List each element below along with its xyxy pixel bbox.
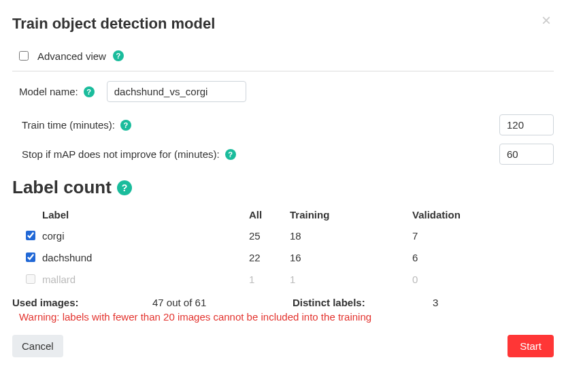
- table-row: mallard 1 1 0: [12, 268, 554, 290]
- model-name-input[interactable]: [107, 81, 246, 102]
- row-checkbox[interactable]: [26, 252, 35, 262]
- start-button[interactable]: Start: [507, 335, 554, 357]
- distinct-labels-value: 3: [433, 297, 554, 308]
- row-all: 1: [249, 274, 290, 285]
- help-icon[interactable]: ?: [113, 50, 124, 61]
- help-icon[interactable]: ?: [117, 180, 132, 195]
- col-all: All: [249, 209, 290, 220]
- used-images-value: 47 out of 61: [152, 297, 293, 308]
- used-images-label: Used images:: [12, 297, 152, 308]
- modal-footer: Cancel Start: [12, 335, 554, 357]
- row-validation: 6: [412, 252, 554, 263]
- modal-header: Train object detection model ×: [12, 12, 554, 45]
- train-time-label: Train time (minutes): ?: [22, 119, 131, 131]
- summary-row: Used images: 47 out of 61 Distinct label…: [12, 297, 554, 308]
- advanced-view-row: Advanced view ?: [12, 45, 554, 71]
- modal-title: Train object detection model: [12, 15, 215, 33]
- train-modal: Train object detection model × Advanced …: [0, 0, 566, 365]
- help-icon[interactable]: ?: [225, 149, 236, 160]
- col-validation: Validation: [412, 209, 554, 220]
- row-checkbox[interactable]: [26, 231, 35, 240]
- close-icon[interactable]: ×: [539, 12, 554, 29]
- row-training: 1: [290, 274, 412, 285]
- label-count-title: Label count ?: [12, 177, 554, 198]
- help-icon[interactable]: ?: [84, 86, 95, 97]
- model-name-row: Model name: ?: [15, 81, 554, 102]
- label-table: Label All Training Validation corgi 25 1…: [12, 205, 554, 290]
- col-label: Label: [42, 209, 249, 220]
- table-row: corgi 25 18 7: [12, 225, 554, 246]
- row-label: dachshund: [42, 252, 249, 263]
- table-header: Label All Training Validation: [12, 205, 554, 225]
- row-all: 22: [249, 252, 290, 263]
- stop-if-label: Stop if mAP does not improve for (minute…: [22, 148, 236, 160]
- distinct-labels-label: Distinct labels:: [293, 297, 433, 308]
- advanced-view-checkbox[interactable]: [19, 51, 29, 61]
- stop-if-input[interactable]: [499, 144, 554, 165]
- row-validation: 0: [412, 274, 554, 285]
- row-training: 18: [290, 230, 412, 242]
- train-time-row: Train time (minutes): ?: [15, 114, 554, 135]
- table-row: dachshund 22 16 6: [12, 246, 554, 268]
- warning-text: Warning: labels with fewer than 20 image…: [19, 311, 554, 323]
- row-checkbox: [26, 274, 35, 284]
- row-training: 16: [290, 252, 412, 263]
- row-label: mallard: [42, 274, 249, 285]
- cancel-button[interactable]: Cancel: [12, 335, 63, 357]
- stop-if-row: Stop if mAP does not improve for (minute…: [15, 144, 554, 165]
- row-validation: 7: [412, 230, 554, 242]
- row-all: 25: [249, 230, 290, 242]
- model-name-label: Model name: ?: [19, 86, 95, 97]
- train-time-input[interactable]: [499, 114, 554, 135]
- row-label: corgi: [42, 230, 249, 242]
- help-icon[interactable]: ?: [120, 120, 131, 131]
- col-training: Training: [290, 209, 412, 220]
- advanced-view-label: Advanced view: [37, 50, 106, 62]
